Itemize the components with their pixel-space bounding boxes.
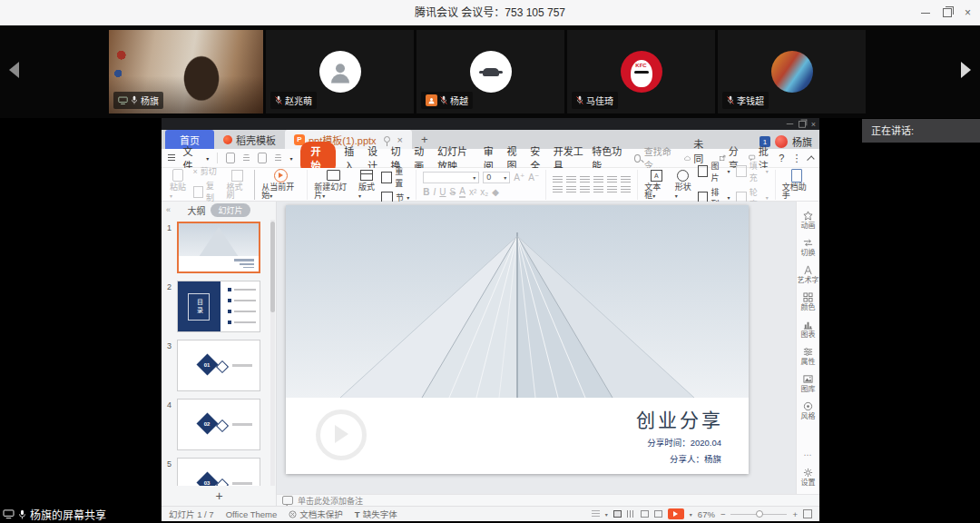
play-options-icon[interactable]: ▾	[690, 511, 692, 518]
wps-minimize-icon[interactable]	[787, 123, 794, 124]
video-tile[interactable]: 杨越	[416, 30, 564, 113]
zoom-level[interactable]: 67%	[698, 509, 715, 519]
slide-canvas[interactable]: 创业分享 分享时间：2020.04 分享人：杨旗	[277, 202, 796, 494]
wps-restore-icon[interactable]	[799, 121, 806, 128]
fit-to-window-icon[interactable]	[803, 509, 812, 518]
notes-bar[interactable]: 单击此处添加备注	[277, 494, 819, 506]
preview-icon[interactable]	[275, 154, 282, 163]
doc-assistant-button[interactable]: 文档助手	[782, 169, 811, 200]
font-family-select[interactable]: ▾	[423, 172, 479, 183]
collapse-ribbon-icon[interactable]	[808, 155, 815, 163]
rail-transition[interactable]: 切换	[801, 238, 816, 257]
align-left-icon[interactable]	[553, 186, 563, 193]
zoom-slider-knob[interactable]	[756, 510, 763, 518]
rail-more-icon[interactable]: ⋯	[804, 450, 813, 459]
panel-scrollbar[interactable]	[270, 220, 275, 486]
line-spacing-icon[interactable]	[607, 176, 617, 183]
slide-meta-date[interactable]: 分享时间：2020.04	[647, 436, 721, 449]
scroll-left-arrow[interactable]	[9, 62, 19, 78]
close-icon[interactable]: ×	[965, 7, 971, 18]
slideshow-play-button[interactable]	[668, 508, 684, 519]
help-button[interactable]: ?	[779, 153, 784, 163]
zoom-in-button[interactable]: +	[792, 509, 798, 519]
rail-color[interactable]: 颜色	[801, 292, 816, 311]
protect-status[interactable]: 文档未保护	[289, 508, 343, 520]
subscript-button[interactable]: x₂	[480, 187, 488, 197]
add-slide-button[interactable]: +	[162, 486, 277, 506]
fill-button[interactable]: 填充▾	[736, 160, 768, 183]
slide-meta-author[interactable]: 分享人：杨旗	[670, 452, 721, 465]
collapse-panel-icon[interactable]: «	[166, 205, 171, 214]
video-tile[interactable]: 赵兆萌	[266, 30, 414, 113]
format-painter-button[interactable]: 格式刷	[226, 169, 248, 200]
participant-badge: 杨旗	[113, 92, 163, 109]
more-icon[interactable]: ▾	[289, 155, 292, 162]
master-view-icon[interactable]	[654, 510, 662, 518]
indent-increase-icon[interactable]	[593, 176, 603, 183]
video-tile[interactable]: 杨旗	[109, 30, 263, 113]
indent-decrease-icon[interactable]	[580, 176, 590, 183]
print-icon[interactable]	[258, 153, 267, 163]
reading-view-icon[interactable]	[641, 510, 649, 518]
sorter-view-icon[interactable]	[627, 510, 635, 518]
rail-style[interactable]: 风格	[801, 401, 816, 420]
slides-tab[interactable]: 幻灯片	[211, 203, 250, 217]
restore-icon[interactable]	[943, 8, 952, 17]
video-tile[interactable]: KFC 李钱超 马佳琦	[567, 30, 715, 113]
rail-wordart[interactable]: 艺术字	[798, 265, 819, 284]
superscript-button[interactable]: x²	[469, 187, 476, 197]
textbox-button[interactable]: A文本框▾	[644, 169, 668, 200]
mic-icon	[18, 509, 26, 520]
rail-properties[interactable]: 属性	[801, 347, 816, 366]
bullet-list-icon[interactable]	[553, 176, 563, 183]
align-right-icon[interactable]	[580, 186, 590, 193]
scroll-right-arrow[interactable]	[961, 62, 971, 78]
paste-button[interactable]: 粘贴▾	[170, 169, 187, 200]
tab-docer[interactable]: 稻壳模板	[214, 130, 285, 149]
zoom-out-button[interactable]: −	[720, 509, 726, 519]
pin-icon[interactable]	[384, 136, 390, 143]
text-direction-icon[interactable]	[621, 176, 631, 183]
rail-settings[interactable]: 设置	[801, 468, 816, 487]
font-increase-button[interactable]: A⁺	[514, 173, 524, 183]
hamburger-icon[interactable]	[168, 154, 175, 162]
underline-button[interactable]: U	[439, 187, 446, 197]
rail-chart[interactable]: 图表	[801, 320, 816, 339]
columns-icon[interactable]	[621, 186, 631, 193]
new-slide-button[interactable]: 新建幻灯片▾	[314, 169, 352, 200]
copy-button[interactable]: 复制	[193, 180, 220, 203]
rail-gallery[interactable]: 图库	[801, 374, 816, 393]
justify-icon[interactable]	[593, 186, 603, 193]
layout-button[interactable]: 版式▾	[358, 169, 375, 200]
missing-font-status[interactable]: T 缺失字体	[355, 508, 397, 520]
distribute-icon[interactable]	[607, 186, 617, 193]
more-menu-icon[interactable]: ⋮	[791, 153, 801, 164]
shapes-button[interactable]: 形状▾	[675, 169, 692, 200]
bold-button[interactable]: B	[423, 187, 429, 197]
align-center-icon[interactable]	[566, 186, 576, 193]
save-icon[interactable]	[226, 153, 235, 163]
theme-name[interactable]: Office Theme	[226, 509, 278, 519]
reset-button[interactable]: 重置	[381, 165, 409, 189]
video-tile[interactable]: 李钱超	[718, 30, 866, 113]
font-decrease-button[interactable]: A⁻	[528, 173, 539, 183]
highlight-button[interactable]: ◆	[492, 187, 499, 197]
normal-view-icon[interactable]	[613, 510, 622, 518]
play-from-current-button[interactable]: 从当前开始▾	[261, 169, 300, 200]
font-size-select[interactable]: 0▾	[483, 172, 510, 183]
output-icon[interactable]	[243, 154, 250, 163]
italic-button[interactable]: I	[434, 187, 436, 197]
rail-animation[interactable]: 动画	[801, 211, 816, 230]
wps-close-icon[interactable]: ×	[811, 120, 816, 128]
strikethrough-button[interactable]: S	[450, 187, 456, 197]
zoom-slider[interactable]	[730, 514, 787, 515]
slide-title[interactable]: 创业分享	[636, 405, 723, 432]
cut-button[interactable]: ×剪切	[193, 165, 220, 177]
picture-button[interactable]: 图片▾	[698, 160, 730, 183]
numbered-list-icon[interactable]	[566, 176, 576, 183]
current-slide[interactable]: 创业分享 分享时间：2020.04 分享人：杨旗	[286, 205, 749, 474]
outline-tab[interactable]: 大纲	[187, 203, 205, 217]
font-color-button[interactable]: A	[459, 186, 466, 198]
minimize-icon[interactable]	[921, 13, 930, 14]
notes-toggle-icon[interactable]	[592, 510, 600, 518]
